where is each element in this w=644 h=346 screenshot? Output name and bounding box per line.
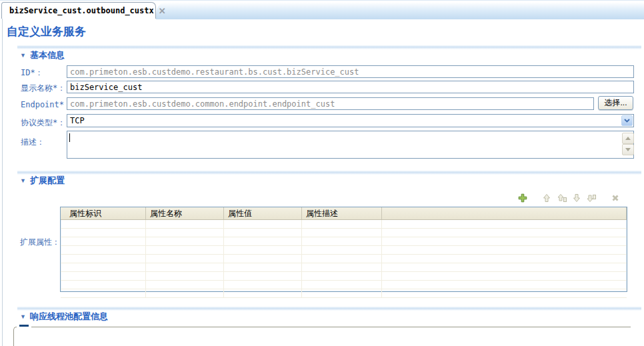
description-textarea[interactable] — [67, 131, 634, 159]
move-bottom-icon[interactable] — [586, 193, 597, 203]
table-cell — [146, 229, 224, 237]
table-row[interactable] — [61, 289, 627, 298]
table-header-row: 属性标识 属性名称 属性值 属性描述 — [61, 207, 627, 220]
column-header[interactable]: 属性名称 — [146, 207, 224, 219]
table-cell — [61, 237, 146, 245]
section-title: 响应线程池配置信息 — [30, 311, 108, 323]
close-icon[interactable]: ✕ — [159, 7, 166, 15]
scroll-up-icon[interactable] — [622, 133, 634, 144]
table-cell — [224, 255, 302, 263]
column-header[interactable]: 属性标识 — [61, 207, 146, 219]
description-label: 描述： — [21, 137, 45, 148]
table-cell — [61, 220, 146, 228]
move-top-icon[interactable] — [557, 193, 567, 203]
table-cell — [146, 289, 224, 297]
section-header-thread[interactable]: ▼ 响应线程池配置信息 — [20, 311, 108, 323]
column-header[interactable] — [382, 207, 627, 219]
thread-pool-groupbox — [13, 327, 631, 346]
table-cell — [146, 220, 224, 228]
table-cell — [382, 272, 627, 280]
table-cell — [302, 246, 382, 254]
table-cell — [302, 220, 382, 228]
table-row[interactable] — [61, 237, 627, 246]
section-title: 基本信息 — [30, 49, 65, 61]
table-cell — [382, 220, 627, 228]
table-cell — [224, 289, 302, 297]
table-cell — [61, 255, 146, 263]
tab-bar-gradient — [156, 3, 644, 19]
editor-tab[interactable]: bizService_cust.outbound_custx ✕ — [1, 2, 156, 19]
table-cell — [146, 281, 224, 289]
editor-left-border — [2, 19, 3, 346]
column-header[interactable]: 属性描述 — [302, 207, 382, 219]
chevron-down-icon[interactable]: ▼ — [20, 52, 26, 59]
table-row[interactable] — [61, 272, 627, 281]
endpoint-field[interactable]: com.primeton.esb.custdemo.common.endpoin… — [67, 97, 594, 110]
display-name-label: 显示名称*： — [21, 83, 65, 94]
table-cell — [61, 272, 146, 280]
scroll-down-icon[interactable] — [622, 144, 634, 155]
table-cell — [382, 255, 627, 263]
table-cell — [61, 229, 146, 237]
protocol-select[interactable]: TCP — [67, 114, 634, 127]
move-down-icon[interactable] — [571, 193, 582, 203]
table-cell — [302, 289, 382, 297]
table-row[interactable] — [61, 263, 627, 272]
table-cell — [302, 229, 382, 237]
table-cell — [224, 281, 302, 289]
table-cell — [146, 246, 224, 254]
table-cell — [224, 229, 302, 237]
protocol-value: TCP — [70, 116, 85, 125]
table-cell — [302, 255, 382, 263]
table-cell — [382, 237, 627, 245]
section-separator — [17, 307, 641, 311]
section-header-ext[interactable]: ▼ 扩展配置 — [20, 175, 65, 187]
section-header-basic[interactable]: ▼ 基本信息 — [20, 49, 65, 61]
table-cell — [146, 255, 224, 263]
chevron-down-icon[interactable] — [621, 115, 633, 126]
table-row[interactable] — [61, 255, 627, 263]
table-cell — [302, 263, 382, 271]
protocol-label: 协议类型*： — [21, 117, 65, 129]
column-header[interactable]: 属性值 — [224, 207, 302, 219]
id-value: com.primeton.esb.custdemo.restaurant.bs.… — [70, 67, 359, 77]
table-cell — [61, 289, 146, 297]
table-cell — [224, 272, 302, 280]
section-separator — [17, 45, 641, 49]
page-title: 自定义业务服务 — [7, 24, 86, 39]
table-cell — [61, 263, 146, 271]
table-cell — [146, 263, 224, 271]
table-cell — [146, 237, 224, 245]
ext-table-body — [61, 220, 627, 298]
table-row[interactable] — [61, 220, 627, 229]
endpoint-label: Endpoint*： — [21, 99, 72, 111]
display-name-field[interactable]: bizService_cust — [67, 81, 634, 93]
partial-checkbox[interactable] — [19, 325, 29, 327]
section-separator — [17, 171, 641, 175]
table-cell — [302, 281, 382, 289]
endpoint-value: com.primeton.esb.custdemo.common.endpoin… — [70, 99, 335, 109]
id-field[interactable]: com.primeton.esb.custdemo.restaurant.bs.… — [67, 65, 634, 78]
table-cell — [382, 263, 627, 271]
table-row[interactable] — [61, 229, 627, 237]
chevron-down-icon[interactable]: ▼ — [20, 177, 26, 184]
table-cell — [382, 289, 627, 297]
table-cell — [302, 237, 382, 245]
section-title: 扩展配置 — [30, 175, 65, 187]
table-cell — [224, 220, 302, 228]
tab-title: bizService_cust.outbound_custx — [9, 6, 154, 15]
select-endpoint-button[interactable]: 选择... — [598, 96, 633, 110]
table-row[interactable] — [61, 246, 627, 255]
delete-icon[interactable] — [610, 193, 621, 203]
table-cell — [224, 246, 302, 254]
move-up-icon[interactable] — [541, 193, 552, 203]
chevron-down-icon[interactable]: ▼ — [20, 313, 26, 320]
add-icon[interactable] — [517, 193, 528, 203]
ext-attrs-table: 属性标识 属性名称 属性值 属性描述 — [60, 207, 627, 292]
table-cell — [302, 272, 382, 280]
table-cell — [61, 281, 146, 289]
table-cell — [382, 281, 627, 289]
display-name-value: bizService_cust — [70, 83, 142, 92]
text-caret — [69, 133, 70, 142]
table-row[interactable] — [61, 281, 627, 289]
